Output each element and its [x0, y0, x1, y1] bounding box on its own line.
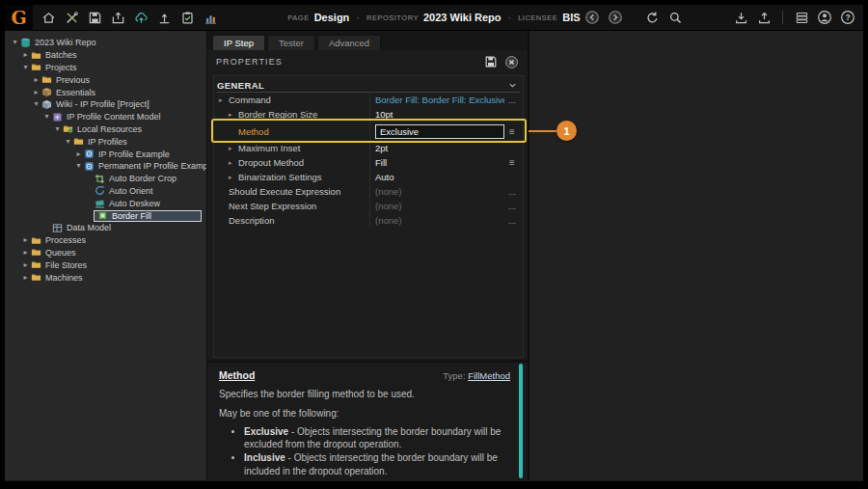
ellipsis-button[interactable]: ...	[504, 95, 520, 105]
clipboard-button[interactable]	[178, 9, 196, 26]
nav-forward-button[interactable]	[607, 9, 624, 26]
step-orient-icon	[94, 185, 106, 196]
ellipsis-button[interactable]: ...	[504, 187, 520, 197]
type-link[interactable]: FillMethod	[468, 370, 510, 381]
licensee-value: BIS	[562, 12, 580, 23]
tree-item-queues[interactable]: ▸Queues	[5, 247, 206, 259]
tree-item-previous[interactable]: ▸Previous	[5, 73, 206, 86]
collapse-arrow-icon[interactable]: ▾	[32, 100, 41, 108]
property-row-description[interactable]: Description(none)...	[217, 213, 520, 228]
expand-arrow-icon[interactable]: ▸	[229, 159, 238, 167]
ellipsis-button[interactable]: ...	[504, 202, 520, 211]
expand-arrow-icon[interactable]: ▸	[32, 89, 41, 96]
tree-item-auto-deskew[interactable]: Auto Deskew	[5, 197, 206, 209]
property-value[interactable]: Auto	[369, 170, 504, 184]
repository-value[interactable]: 2023 Wiki Repo	[423, 12, 502, 23]
collapse-arrow-icon[interactable]: ▾	[42, 113, 51, 121]
property-row-maximum-inset[interactable]: ▸Maximum Inset2pt	[217, 141, 520, 155]
expand-arrow-icon[interactable]: ▸	[229, 145, 238, 152]
tree-item-2023-wiki-repo[interactable]: ▾2023 Wiki Repo	[5, 37, 206, 49]
collapse-arrow-icon[interactable]: ▾	[64, 138, 72, 146]
save-properties-button[interactable]	[483, 54, 499, 69]
tree-item-projects[interactable]: ▾Projects	[5, 62, 206, 74]
tree-item-local-resources[interactable]: ▾Local Resources	[5, 123, 206, 136]
account-button[interactable]	[816, 9, 833, 26]
close-properties-button[interactable]	[503, 54, 519, 69]
expand-arrow-icon[interactable]: ▸	[21, 51, 30, 59]
tree-item-machines[interactable]: ▸Machines	[5, 271, 206, 284]
property-row-border-region-size[interactable]: ▸Border Region Size10pt	[217, 107, 520, 122]
refresh-button[interactable]	[643, 9, 661, 26]
expand-arrow-icon[interactable]: ▸	[219, 96, 229, 104]
property-value[interactable]: (none)	[369, 184, 504, 199]
expand-arrow-icon[interactable]: ▸	[21, 236, 30, 244]
help-scrollbar[interactable]	[519, 364, 523, 478]
cloud-upload-button[interactable]	[132, 9, 149, 26]
chevron-down-icon[interactable]	[508, 81, 517, 90]
expand-arrow-icon[interactable]: ▸	[229, 111, 238, 119]
tree-item-permanent-ip-profile-example[interactable]: ▾Permanent IP Profile Example	[5, 160, 206, 173]
tree-item-ip-profile-example[interactable]: ▸IP Profile Example	[5, 148, 206, 160]
expand-arrow-icon[interactable]: ▸	[74, 150, 83, 158]
help-bullet: Exclusive - Objects intersecting the bor…	[244, 425, 510, 450]
collapse-arrow-icon[interactable]: ▾	[74, 162, 83, 170]
property-value[interactable]: (none)	[369, 199, 504, 213]
grooper-logo-icon[interactable]: G	[5, 5, 33, 31]
tree-item-ip-profile-content-model[interactable]: ▾IP Profile Content Model	[5, 111, 206, 123]
upload-button[interactable]	[755, 9, 773, 26]
save-button[interactable]	[86, 9, 103, 26]
expand-arrow-icon[interactable]: ▸	[32, 76, 41, 84]
import-button[interactable]	[155, 9, 173, 26]
section-general[interactable]: GENERAL	[217, 78, 520, 93]
tree-item-processes[interactable]: ▸Processes	[5, 234, 206, 247]
help-button[interactable]: ?	[839, 9, 856, 26]
property-value[interactable]: 10pt	[369, 107, 504, 122]
tree-item-auto-orient[interactable]: Auto Orient	[5, 185, 206, 198]
property-row-method[interactable]: MethodExclusive≡	[217, 122, 520, 141]
property-row-dropout-method[interactable]: ▸Dropout MethodFill≡	[217, 155, 520, 170]
home-button[interactable]	[40, 9, 57, 26]
property-value[interactable]: 2pt	[369, 141, 504, 155]
tree-item-batches[interactable]: ▸Batches	[5, 49, 206, 62]
tab-advanced[interactable]: Advanced	[317, 35, 381, 50]
expand-arrow-icon[interactable]: ▸	[21, 261, 30, 269]
download-button[interactable]	[732, 9, 749, 26]
property-row-next-step-expression[interactable]: Next Step Expression(none)...	[217, 199, 520, 213]
property-value[interactable]: (none)	[369, 213, 504, 228]
menu-button[interactable]: ≡	[504, 157, 520, 168]
property-name: ▸Border Region Size	[217, 109, 369, 120]
type-label: Type:	[443, 370, 465, 381]
box-export-button[interactable]	[109, 9, 126, 26]
tree-item-data-model[interactable]: Data Model	[5, 222, 206, 234]
tree-item-border-fill[interactable]: Border Fill	[5, 209, 206, 222]
property-value[interactable]: Border Fill: Border Fill: Exclusive	[369, 93, 504, 107]
tree-item-ip-profiles[interactable]: ▾IP Profiles	[5, 135, 206, 148]
tree-item-wiki-ip-profile-project[interactable]: ▾Wiki - IP Profile [Project]	[5, 98, 206, 111]
property-value[interactable]: Exclusive	[369, 122, 504, 141]
tab-ip-step[interactable]: IP Step	[212, 35, 265, 50]
tree-item-auto-border-crop[interactable]: Auto Border Crop	[5, 173, 206, 185]
property-row-command[interactable]: ▸CommandBorder Fill: Border Fill: Exclus…	[217, 93, 520, 107]
expand-arrow-icon[interactable]: ▸	[229, 174, 238, 181]
tree-item-file-stores[interactable]: ▸File Stores	[5, 258, 206, 271]
expand-arrow-icon[interactable]: ▸	[21, 274, 30, 282]
search-button[interactable]	[666, 9, 684, 26]
page-value[interactable]: Design	[314, 12, 350, 23]
chart-button[interactable]	[202, 9, 219, 26]
collapse-arrow-icon[interactable]: ▾	[21, 64, 30, 71]
collapse-arrow-icon[interactable]: ▾	[53, 125, 62, 133]
property-row-binarization-settings[interactable]: ▸Binarization SettingsAuto	[217, 170, 520, 184]
collapse-arrow-icon[interactable]: ▾	[11, 39, 19, 46]
topbar: G PAGE Design · REPOSITORY 2023 Wiki Rep…	[5, 5, 863, 31]
ellipsis-button[interactable]: ...	[504, 216, 520, 226]
tab-tester[interactable]: Tester	[267, 35, 315, 50]
value-editor[interactable]: Exclusive	[375, 124, 504, 139]
property-row-should-execute-expression[interactable]: Should Execute Expression(none)...	[217, 184, 520, 199]
property-value[interactable]: Fill	[369, 155, 504, 170]
menu-button[interactable]: ≡	[504, 126, 520, 137]
layers-button[interactable]	[793, 9, 810, 26]
tools-button[interactable]	[63, 9, 80, 26]
expand-arrow-icon[interactable]: ▸	[21, 249, 30, 257]
nav-back-button[interactable]	[583, 9, 601, 26]
tree-item-essentials[interactable]: ▸Essentials	[5, 86, 206, 98]
